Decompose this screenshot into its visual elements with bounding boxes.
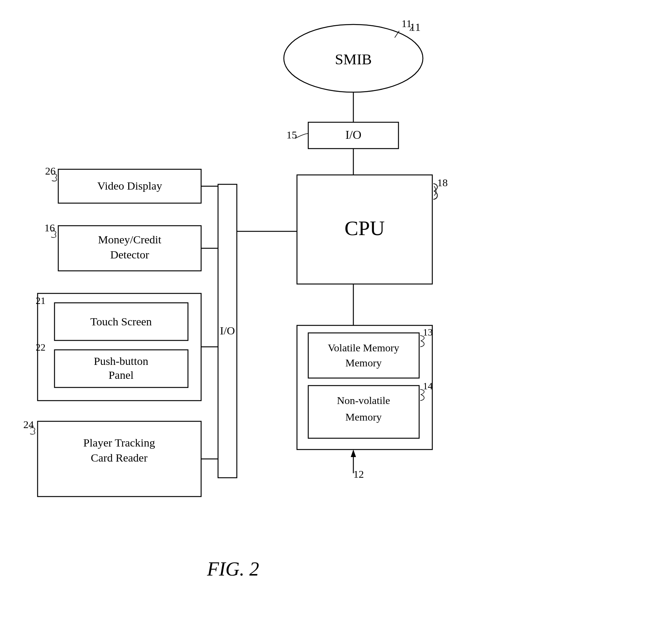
cpu-label: CPU xyxy=(345,217,385,240)
io-mid-label: I/O xyxy=(220,324,235,337)
nonvolatile-ref: 14 xyxy=(423,381,433,392)
svg-marker-11 xyxy=(351,450,356,457)
io-top-ref: 15 xyxy=(286,129,297,141)
pushbutton-line2: Panel xyxy=(109,369,134,381)
video-ref: 26 xyxy=(45,165,56,177)
smib-ref: 11 xyxy=(401,18,412,29)
io-top-label: I/O xyxy=(345,128,362,141)
pushbutton-ref: 22 xyxy=(36,342,45,353)
money-ref: 16 xyxy=(44,222,55,234)
video-display-label: Video Display xyxy=(97,179,162,192)
money-credit-line1: Money/Credit xyxy=(98,233,162,246)
player-ref: 24 xyxy=(23,419,34,430)
nonvolatile-line2: Memory xyxy=(345,411,382,423)
money-credit-line2: Detector xyxy=(110,248,149,261)
cpu-ref: 18 xyxy=(437,177,448,188)
touch-screen-label: Touch Screen xyxy=(90,315,152,328)
volatile-ref: 13 xyxy=(423,327,433,338)
pushbutton-line1: Push-button xyxy=(94,355,148,367)
player-tracking-line2: Card Reader xyxy=(91,451,148,464)
nonvolatile-line1: Non-volatile xyxy=(337,395,390,406)
player-tracking-line1: Player Tracking xyxy=(83,436,155,449)
svg-rect-8 xyxy=(308,333,419,378)
memory-ref: 12 xyxy=(353,468,364,480)
touch-ref: 21 xyxy=(36,295,45,306)
volatile-line2: Memory xyxy=(345,357,382,369)
diagram-container: 11 SMIB 11 I/O 15 CPU 18 Volatile M xyxy=(0,0,668,644)
fig-label: FIG. 2 xyxy=(207,558,259,580)
smib-label: SMIB xyxy=(335,51,372,68)
volatile-line1: Volatile Memory xyxy=(328,342,399,354)
